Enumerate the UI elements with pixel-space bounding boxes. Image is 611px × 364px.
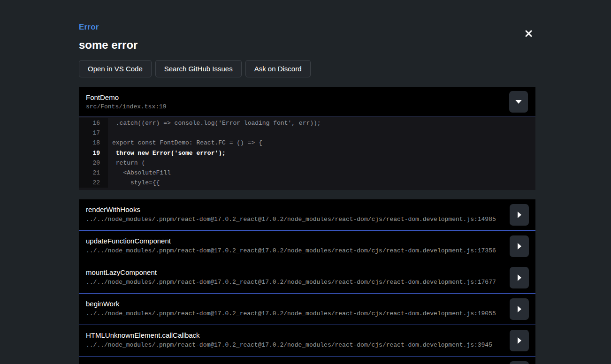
- frame-location: ../../node_modules/.pnpm/react-dom@17.0.…: [86, 341, 535, 349]
- frame-location: ../../node_modules/.pnpm/react-dom@17.0.…: [86, 310, 535, 317]
- code-line-highlighted: 19 throw new Error('some error');: [79, 148, 535, 158]
- code-line-text: return (: [108, 158, 145, 168]
- expand-frame-button[interactable]: [510, 267, 529, 288]
- frame-function-name: beginWork: [86, 300, 535, 308]
- frame-location: ../../node_modules/.pnpm/react-dom@17.0.…: [86, 279, 535, 286]
- stack-frame-renderwithhooks: renderWithHooks ../../node_modules/.pnpm…: [79, 199, 535, 231]
- stack-frame-beginwork: beginWork ../../node_modules/.pnpm/react…: [79, 294, 535, 325]
- code-line: 20 return (: [79, 158, 535, 168]
- stack-trace-list: renderWithHooks ../../node_modules/.pnpm…: [79, 199, 535, 364]
- error-title: some error: [79, 38, 535, 52]
- code-frame-panel: FontDemo src/Fonts/index.tsx:19 16 .catc…: [79, 87, 535, 190]
- ask-on-discord-button[interactable]: Ask on Discord: [245, 60, 311, 77]
- line-number: 21: [79, 168, 108, 178]
- chevron-down-icon: [515, 100, 522, 104]
- line-number: 19: [79, 148, 108, 158]
- expand-frame-button[interactable]: [510, 235, 529, 257]
- search-github-issues-button[interactable]: Search GitHub Issues: [155, 60, 242, 77]
- code-frame-location: src/Fonts/index.tsx:19: [86, 103, 535, 110]
- action-button-row: Open in VS Code Search GitHub Issues Ask…: [79, 60, 535, 77]
- frame-location: ../../node_modules/.pnpm/react-dom@17.0.…: [86, 216, 535, 223]
- line-number: 18: [79, 138, 108, 148]
- expand-frame-button[interactable]: [510, 298, 529, 320]
- error-kicker: Error: [79, 23, 535, 32]
- code-frame-header: FontDemo src/Fonts/index.tsx:19: [79, 87, 535, 116]
- stack-frame-mountlazycomponent: mountLazyComponent ../../node_modules/.p…: [79, 262, 535, 294]
- line-number: 17: [79, 128, 108, 138]
- code-line: 17: [79, 128, 535, 138]
- play-icon: [518, 243, 521, 250]
- expand-frame-button[interactable]: [510, 330, 529, 351]
- frame-location: ../../node_modules/.pnpm/react-dom@17.0.…: [86, 247, 535, 254]
- line-number: 16: [79, 118, 108, 128]
- code-line-text: [108, 128, 112, 138]
- open-in-vscode-button[interactable]: Open in VS Code: [79, 60, 152, 77]
- code-line-text: throw new Error('some error');: [108, 148, 226, 158]
- code-line-text: export const FontDemo: React.FC = () => …: [108, 138, 262, 148]
- expand-frame-button[interactable]: [510, 204, 529, 226]
- code-line-text: <AbsoluteFill: [108, 168, 171, 178]
- code-line-text: style={{: [108, 178, 160, 188]
- code-line: 18 export const FontDemo: React.FC = () …: [79, 138, 535, 148]
- code-line: 16 .catch((err) => console.log('Error lo…: [79, 118, 535, 128]
- line-number: 22: [79, 178, 108, 188]
- error-overlay: Error some error Open in VS Code Search …: [79, 0, 535, 364]
- line-number: 20: [79, 158, 108, 168]
- code-line: 22 style={{: [79, 178, 535, 188]
- stack-frame-updatefunctioncomponent: updateFunctionComponent ../../node_modul…: [79, 231, 535, 262]
- collapse-code-frame-button[interactable]: [509, 91, 528, 113]
- code-line: 21 <AbsoluteFill: [79, 168, 535, 178]
- frame-function-name: mountLazyComponent: [86, 268, 535, 276]
- frame-function-name: HTMLUnknownElement.callCallback: [86, 331, 535, 339]
- expand-frame-button[interactable]: [510, 361, 529, 364]
- play-icon: [518, 337, 521, 344]
- frame-function-name: renderWithHooks: [86, 205, 535, 213]
- play-icon: [518, 306, 521, 312]
- stack-frame-partial: [79, 356, 535, 364]
- play-icon: [518, 274, 521, 281]
- frame-function-name: updateFunctionComponent: [86, 237, 535, 245]
- code-snippet: 16 .catch((err) => console.log('Error lo…: [79, 116, 535, 190]
- play-icon: [518, 212, 521, 218]
- code-line-text: .catch((err) => console.log('Error loadi…: [108, 118, 321, 128]
- code-frame-function-name: FontDemo: [86, 93, 535, 101]
- stack-frame-htmlunknownelement-callcallback: HTMLUnknownElement.callCallback ../../no…: [79, 325, 535, 356]
